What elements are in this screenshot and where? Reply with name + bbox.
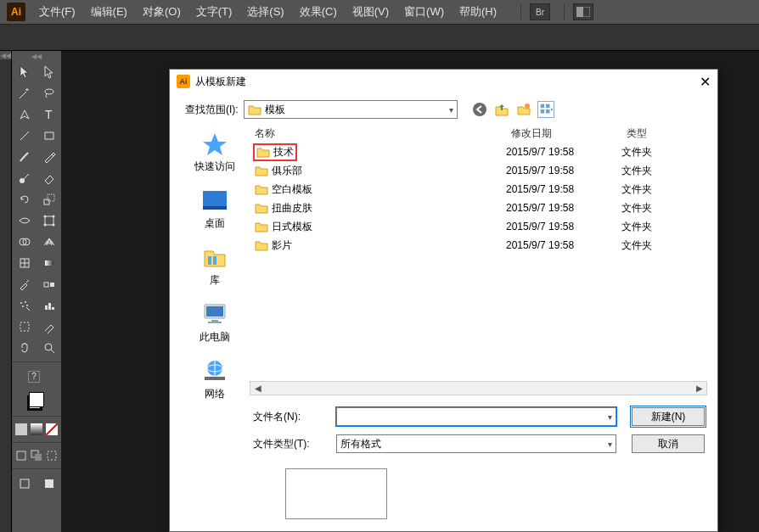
new-folder-icon[interactable] [515, 101, 532, 118]
selection-tool[interactable] [12, 61, 37, 82]
blob-brush-tool[interactable] [12, 167, 37, 188]
draw-normal-icon[interactable] [15, 450, 27, 462]
gradient-tool[interactable] [37, 252, 61, 273]
folder-name-cell: 影片 [250, 238, 506, 253]
draw-behind-icon[interactable] [31, 450, 42, 462]
slice-tool[interactable] [37, 316, 61, 337]
magic-wand-tool[interactable] [12, 82, 37, 104]
none-mode-icon[interactable] [46, 423, 58, 435]
place-label: 此电脑 [200, 330, 230, 344]
menu-type[interactable]: 文字(T) [196, 4, 233, 20]
direct-selection-tool[interactable] [37, 61, 61, 82]
screen-mode-normal[interactable] [12, 473, 37, 494]
folder-type: 文件夹 [621, 164, 698, 178]
folder-date: 2015/9/7 19:58 [506, 239, 621, 251]
menu-object[interactable]: 对象(O) [143, 4, 181, 20]
back-icon[interactable] [471, 101, 488, 118]
place-label: 网络 [205, 387, 225, 401]
lookin-combo[interactable]: 模板 ▾ [244, 100, 458, 119]
scale-tool[interactable] [37, 188, 61, 210]
place-desktop[interactable]: 桌面 [200, 188, 230, 231]
column-graph-tool[interactable] [37, 294, 61, 316]
close-icon[interactable]: ✕ [700, 74, 711, 90]
menu-window[interactable]: 窗口(W) [404, 4, 444, 20]
place-network[interactable]: 网络 [200, 358, 230, 401]
eraser-tool[interactable] [37, 167, 61, 188]
view-menu-icon[interactable] [537, 101, 554, 118]
place-this-pc[interactable]: 此电脑 [200, 301, 230, 344]
place-quick-access[interactable]: 快速访问 [194, 131, 235, 174]
svg-line-32 [46, 423, 58, 435]
menu-effect[interactable]: 效果(C) [300, 4, 337, 20]
folder-row[interactable]: 俱乐部2015/9/7 19:58文件夹 [250, 161, 707, 180]
symbol-sprayer-tool[interactable] [12, 294, 37, 316]
folder-icon [255, 183, 268, 195]
eyedropper-tool[interactable] [12, 273, 37, 294]
svg-rect-56 [205, 377, 225, 380]
help-icon[interactable]: ? [28, 371, 40, 383]
width-tool[interactable] [12, 210, 37, 231]
hand-tool[interactable] [12, 337, 37, 358]
folder-icon [255, 165, 268, 176]
place-libraries[interactable]: 库 [200, 244, 230, 288]
lasso-tool[interactable] [37, 82, 61, 104]
col-name[interactable]: 名称 [250, 126, 506, 141]
folder-date: 2015/9/7 19:58 [506, 146, 621, 158]
folder-name: 日式模板 [272, 220, 312, 234]
palette-handle-icon[interactable]: ◀◀ [12, 53, 61, 61]
folder-row[interactable]: 扭曲皮肤2015/9/7 19:58文件夹 [250, 199, 707, 217]
menu-help[interactable]: 帮助(H) [459, 4, 497, 20]
folder-row[interactable]: 空白模板2015/9/7 19:58文件夹 [250, 180, 707, 199]
bridge-button[interactable]: Br [530, 3, 550, 20]
zoom-tool[interactable] [37, 337, 61, 358]
fill-swatch-icon[interactable] [29, 392, 44, 407]
artboard-tool[interactable] [12, 316, 37, 337]
svg-rect-9 [45, 216, 53, 225]
folder-row[interactable]: 日式模板2015/9/7 19:58文件夹 [250, 217, 707, 236]
menu-select[interactable]: 选择(S) [247, 4, 284, 20]
gutter-handle-icon[interactable]: ◀◀ [0, 51, 11, 59]
shape-builder-tool[interactable] [12, 231, 37, 252]
svg-point-11 [52, 215, 54, 217]
filetype-value: 所有格式 [340, 437, 381, 451]
menu-file[interactable]: 文件(F) [39, 4, 76, 20]
new-button[interactable]: 新建(N) [632, 407, 705, 426]
scroll-left-icon[interactable]: ◀ [250, 382, 265, 395]
layout-button[interactable] [573, 3, 593, 20]
menu-edit[interactable]: 编辑(E) [91, 4, 127, 20]
menu-view[interactable]: 视图(V) [352, 4, 389, 20]
blend-tool[interactable] [37, 273, 61, 294]
line-tool[interactable] [12, 125, 37, 146]
paintbrush-tool[interactable] [12, 146, 37, 167]
draw-inside-icon[interactable] [46, 450, 58, 462]
svg-rect-27 [48, 303, 51, 310]
folder-name: 影片 [272, 238, 292, 253]
separator [520, 4, 521, 20]
col-date[interactable]: 修改日期 [506, 126, 621, 141]
cancel-button[interactable]: 取消 [632, 434, 705, 453]
fill-stroke-swatch[interactable] [12, 387, 61, 412]
perspective-grid-tool[interactable] [37, 231, 61, 252]
scroll-right-icon[interactable]: ▶ [692, 382, 706, 395]
screen-mode-dropdown[interactable] [37, 473, 61, 494]
mesh-tool[interactable] [12, 252, 37, 273]
folder-type: 文件夹 [621, 145, 698, 160]
svg-rect-26 [45, 305, 48, 310]
folder-row[interactable]: 技术2015/9/7 19:58文件夹 [250, 143, 707, 161]
type-tool[interactable]: T [37, 104, 61, 125]
horizontal-scrollbar[interactable]: ◀ ▶ [250, 381, 707, 395]
color-mode-icon[interactable] [15, 423, 27, 435]
pen-tool[interactable] [12, 104, 37, 125]
panel-gutter: ◀◀ [0, 51, 12, 532]
col-type[interactable]: 类型 [621, 126, 698, 141]
folder-icon [248, 104, 261, 115]
filename-input[interactable]: ▾ [336, 407, 616, 426]
gradient-mode-icon[interactable] [31, 423, 42, 435]
rectangle-tool[interactable] [37, 125, 61, 146]
filetype-combo[interactable]: 所有格式 ▾ [336, 434, 616, 453]
pencil-tool[interactable] [37, 146, 61, 167]
free-transform-tool[interactable] [37, 210, 61, 231]
up-icon[interactable] [493, 101, 510, 118]
rotate-tool[interactable] [12, 188, 37, 210]
folder-row[interactable]: 影片2015/9/7 19:58文件夹 [250, 236, 707, 255]
